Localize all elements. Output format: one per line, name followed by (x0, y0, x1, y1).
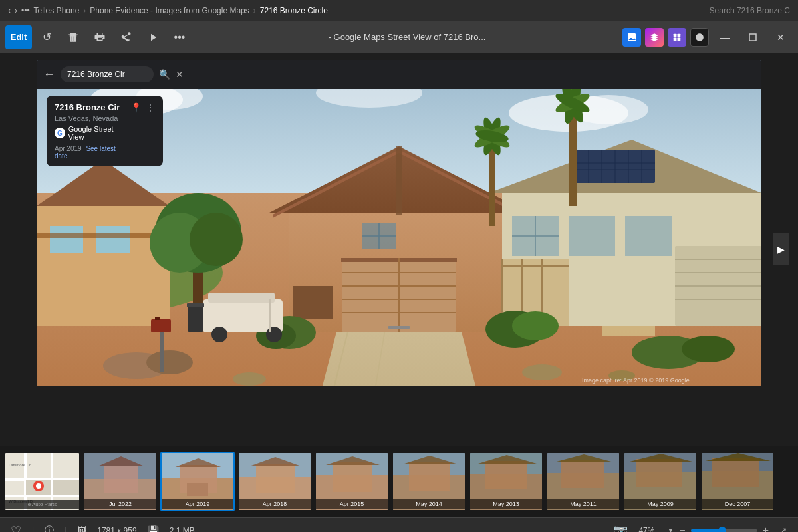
svg-rect-88 (155, 317, 160, 320)
breadcrumb-sep-1: › (83, 6, 86, 15)
card-more-icon[interactable]: ⋮ (146, 102, 155, 113)
svg-rect-138 (409, 462, 450, 491)
svg-text:Image capture: Apr 2019  © 201: Image capture: Apr 2019 © 2019 Google (582, 377, 690, 384)
svg-rect-51 (569, 216, 615, 256)
thumb-2-label: Apr 2018 (239, 499, 311, 509)
breadcrumb-more[interactable]: ••• (21, 6, 30, 15)
svg-rect-86 (151, 319, 171, 332)
toolbar-title: - Google Maps Street View of 7216 Bro... (194, 32, 620, 42)
image-dimensions: 1781 x 959 (97, 526, 136, 533)
svg-rect-23 (37, 233, 170, 238)
app-icon-4[interactable] (690, 28, 709, 47)
thumbnail-6[interactable]: May 2011 (546, 452, 620, 511)
info-icon[interactable]: ⓘ (45, 525, 54, 533)
thumbnail-8[interactable]: Dec 2007 (700, 452, 775, 511)
svg-rect-153 (636, 459, 682, 487)
svg-rect-93 (269, 299, 271, 332)
thumb-1-label: Apr 2019 (162, 499, 233, 509)
thumb-4-label: May 2014 (393, 499, 465, 509)
zoom-dropdown-btn[interactable]: ▼ (667, 527, 674, 532)
image-dims-icon: 🖼 (77, 525, 86, 533)
svg-rect-158 (712, 458, 759, 487)
zoom-out-button[interactable]: − (679, 525, 685, 533)
thumbnail-5[interactable]: May 2013 (469, 452, 543, 511)
print-button[interactable] (88, 25, 112, 49)
rotate-left-button[interactable]: ↺ (35, 25, 59, 49)
zoom-percent-display: 47% (638, 526, 662, 533)
svg-rect-4 (749, 34, 756, 41)
thumbnail-4[interactable]: May 2014 (392, 452, 466, 511)
thumb-8-label: Dec 2007 (702, 499, 773, 509)
svg-point-100 (682, 336, 735, 362)
google-g-icon: G (55, 128, 65, 138)
file-size: 2.1 MB (170, 526, 195, 533)
svg-rect-0 (674, 33, 677, 37)
thumbnail-7[interactable]: May 2009 (623, 452, 698, 511)
svg-rect-143 (485, 461, 527, 489)
breadcrumb-item-3[interactable]: 7216 Bronze Circle (260, 6, 328, 15)
viewer-close-search-btn[interactable]: ✕ (176, 69, 184, 80)
breadcrumb-item-2[interactable]: Phone Evidence - Images from Google Maps (90, 6, 249, 15)
thumb-3-label: Apr 2015 (316, 499, 388, 509)
thumb-0-label: Jul 2022 (84, 499, 156, 509)
zoom-slider[interactable] (691, 529, 757, 532)
minimize-button[interactable]: — (713, 25, 737, 49)
zoom-in-button[interactable]: + (763, 525, 769, 533)
svg-rect-109 (53, 480, 79, 495)
svg-rect-1 (678, 33, 681, 37)
svg-rect-148 (561, 460, 604, 488)
thumb-map-label: e Auto Parts (5, 500, 79, 509)
breadcrumb-sep-2: › (253, 6, 256, 15)
camera-icon[interactable]: 📷 (613, 523, 628, 533)
svg-point-111 (36, 483, 41, 489)
svg-point-68 (190, 213, 243, 266)
thumbnail-3[interactable]: Apr 2015 (315, 452, 389, 511)
thumb-5-label: May 2013 (470, 499, 542, 509)
thumbnail-map[interactable]: Lattimore Dr W Bracewll Dr e Auto Parts (4, 452, 80, 511)
share-button[interactable] (114, 25, 138, 49)
svg-rect-87 (160, 332, 164, 372)
svg-rect-128 (256, 464, 295, 493)
zoom-control: 47% ▼ − + (638, 525, 769, 533)
zoom-handle (718, 527, 726, 533)
thumb-7-label: May 2009 (624, 499, 696, 509)
fullscreen-button[interactable]: ⤢ (779, 525, 787, 533)
nav-back-btn[interactable]: ‹ (8, 6, 11, 15)
viewer-container: Image capture: Apr 2019 © 2019 Google ← … (0, 53, 798, 446)
app-icon-3[interactable] (668, 28, 686, 47)
thumbnail-strip: Lattimore Dr W Bracewll Dr e Auto Parts … (0, 446, 798, 517)
heart-icon[interactable]: ♡ (11, 523, 21, 533)
breadcrumb-bar: ‹ › ••• Telles Phone › Phone Evidence - … (0, 0, 798, 21)
file-size-icon: 💾 (148, 525, 159, 533)
thumbnail-1[interactable]: Apr 2019 (160, 452, 235, 511)
photos-app-icon[interactable] (622, 28, 641, 47)
svg-rect-101 (602, 326, 655, 336)
svg-rect-117 (104, 466, 138, 493)
nav-arrow-right[interactable]: ▶ (773, 233, 789, 265)
card-location-icon[interactable]: 📍 (130, 102, 142, 113)
edit-button[interactable]: Edit (5, 25, 32, 49)
street-view-image[interactable]: Image capture: Apr 2019 © 2019 Google ← … (37, 60, 761, 386)
maximize-button[interactable] (741, 25, 765, 49)
svg-rect-21 (50, 226, 83, 253)
svg-rect-22 (96, 226, 130, 253)
svg-rect-97 (188, 306, 203, 332)
toolbar: Edit ↺ ••• - Google Maps Street View of … (0, 21, 798, 53)
nav-forward-btn[interactable]: › (15, 6, 17, 15)
viewer-search-input[interactable] (61, 66, 154, 82)
delete-button[interactable] (61, 25, 85, 49)
thumbnail-0[interactable]: Jul 2022 (83, 452, 158, 511)
viewer-back-btn[interactable]: ← (43, 68, 55, 82)
svg-point-92 (266, 327, 282, 342)
viewer-search-icon[interactable]: 🔍 (159, 69, 170, 80)
zoom-fill (691, 529, 722, 532)
svg-rect-38 (293, 286, 333, 319)
svg-rect-2 (674, 37, 677, 41)
more-button[interactable]: ••• (168, 25, 192, 49)
app-icon-2[interactable] (645, 28, 664, 47)
thumbnail-2[interactable]: Apr 2018 (237, 452, 312, 511)
close-button[interactable]: ✕ (769, 25, 793, 49)
breadcrumb-search[interactable]: Search 7216 Bronze C (710, 6, 790, 15)
play-button[interactable] (141, 25, 165, 49)
breadcrumb-item-1[interactable]: Telles Phone (34, 6, 80, 15)
